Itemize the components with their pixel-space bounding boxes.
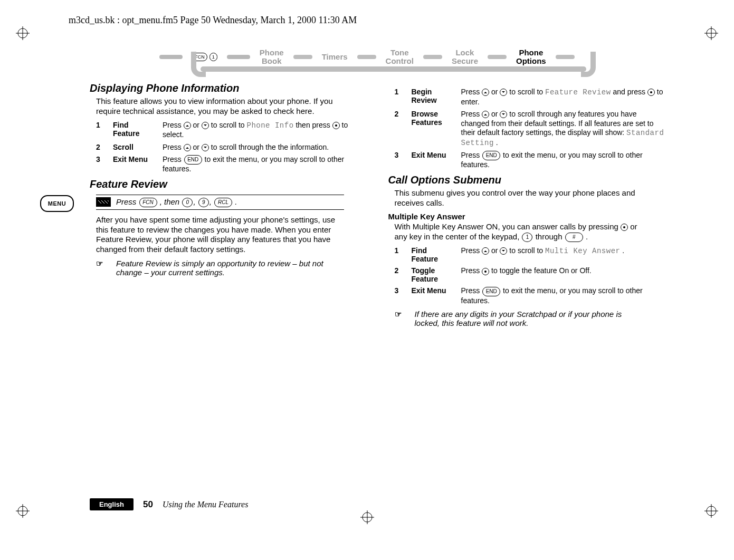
steps-mka: 1 Find Feature Press or to scroll to Mul… <box>395 246 666 305</box>
running-header: m3cd_us.bk : opt_menu.fm5 Page 50 Wednes… <box>69 15 357 26</box>
text: to scroll to <box>509 246 545 255</box>
up-key-icon <box>184 144 191 151</box>
page-number: 50 <box>143 499 153 510</box>
text: . <box>622 246 624 255</box>
step-row: 3 Exit Menu Press END to exit the menu, … <box>395 286 666 305</box>
body-text: This submenu gives you control over the … <box>395 188 648 208</box>
step-row: 3 Exit Menu Press END to exit the menu, … <box>96 155 367 174</box>
nav-separator <box>357 55 376 59</box>
select-key-icon <box>647 89 655 96</box>
steps-feature-review: 1 Begin Review Press or to scroll to Fea… <box>395 88 666 170</box>
step-label: Exit Menu <box>113 155 153 163</box>
page-title: Using the Menu Features <box>163 500 248 509</box>
crop-mark-icon <box>360 510 374 524</box>
step-label: Scroll <box>113 143 153 151</box>
text: Press <box>461 286 482 295</box>
text: , then <box>160 197 182 206</box>
one-key-icon: 1 <box>522 233 532 242</box>
menu-tab-icon: MENU <box>40 195 74 212</box>
lcd-text: Feature Review <box>545 88 611 96</box>
crop-mark-icon <box>16 504 30 518</box>
text: through <box>536 232 565 241</box>
heading-multiple-key-answer: Multiple Key Answer <box>388 212 666 221</box>
nav-item-line1: Timers <box>322 52 348 61</box>
step-label: Begin Review <box>412 88 452 104</box>
select-key-icon <box>621 224 628 231</box>
step-row: 2 Scroll Press or to scroll through the … <box>96 143 367 152</box>
step-row: 2 Toggle Feature Press to toggle the fea… <box>395 266 666 283</box>
step-row: 2 Browse Features Press or to scroll thr… <box>395 110 666 148</box>
step-number: 2 <box>96 143 103 151</box>
nav-lead-bar <box>159 55 183 59</box>
steps-display-info: 1 Find Feature Press or to scroll to Pho… <box>96 121 367 174</box>
nav-item-lock-secure: Lock Secure <box>452 49 478 66</box>
step-row: 1 Begin Review Press or to scroll to Fea… <box>395 88 666 107</box>
note-icon: ☞ <box>96 259 112 277</box>
nine-key-icon: 9 <box>198 198 209 207</box>
nav-separator <box>293 55 312 59</box>
up-key-icon <box>482 111 489 118</box>
up-key-icon <box>184 122 191 129</box>
step-number: 3 <box>395 151 402 159</box>
step-label: Toggle Feature <box>412 266 452 283</box>
step-desc: Press or to scroll to Multi Key Answer . <box>461 246 666 256</box>
step-number: 2 <box>395 266 402 275</box>
nav-underline <box>201 66 586 73</box>
down-key-icon <box>202 122 209 129</box>
text: and press <box>613 88 647 96</box>
nav-item-line2: Control <box>386 56 414 65</box>
text: Press <box>163 143 184 151</box>
rcl-key-icon: RCL <box>214 198 232 207</box>
text: With Multiple Key Answer ON, you can ans… <box>395 222 621 231</box>
nav-separator <box>423 55 442 59</box>
right-column: 1 Begin Review Press or to scroll to Fea… <box>388 79 666 497</box>
one-key-icon: 1 <box>209 53 217 61</box>
text: . <box>496 138 498 147</box>
text: to scroll through any features you have … <box>461 110 654 137</box>
fcn-key-icon: FCN <box>139 198 157 207</box>
footer: English 50 Using the Menu Features <box>90 498 248 510</box>
end-key-icon: END <box>482 287 500 296</box>
heading-displaying-phone-info: Displaying Phone Information <box>90 82 367 94</box>
text: . <box>235 197 237 206</box>
step-desc: Press END to exit the menu, or you may s… <box>461 151 666 170</box>
step-desc: Press END to exit the menu, or you may s… <box>461 286 666 305</box>
nav-item-line1: Phone <box>260 48 284 57</box>
note: ☞ If there are any digits in your Scratc… <box>395 310 643 327</box>
crop-mark-icon <box>704 504 718 518</box>
step-number: 2 <box>395 110 402 118</box>
text: Press <box>461 151 482 159</box>
hash-key-icon: # <box>565 233 583 242</box>
note-icon: ☞ <box>395 310 411 327</box>
select-key-icon <box>332 122 340 129</box>
down-key-icon <box>202 144 209 151</box>
text: to toggle the feature On or Off. <box>491 266 592 275</box>
nav-item-phone-options: Phone Options <box>516 49 546 66</box>
zero-key-icon: 0 <box>182 198 193 207</box>
text: . <box>586 232 588 241</box>
nav-lead-bar <box>227 55 250 59</box>
text: Press <box>163 121 184 129</box>
nav-item-line1: Lock <box>455 48 474 57</box>
content: Displaying Phone Information This featur… <box>90 79 665 497</box>
step-row: 3 Exit Menu Press END to exit the menu, … <box>395 151 666 170</box>
left-column: Displaying Phone Information This featur… <box>90 79 367 497</box>
step-desc: Press or to scroll through any features … <box>461 110 666 148</box>
heading-call-options: Call Options Submenu <box>388 174 666 186</box>
step-label: Exit Menu <box>412 286 452 295</box>
end-key-icon: END <box>184 155 202 165</box>
step-label: Find Feature <box>412 246 452 263</box>
step-desc: Press to toggle the feature On or Off. <box>461 266 666 276</box>
body-text: With Multiple Key Answer ON, you can ans… <box>395 222 648 242</box>
step-desc: Press or to scroll to Feature Review and… <box>461 88 666 107</box>
nav-item-line1: Tone <box>390 48 409 57</box>
step-label: Find Feature <box>113 121 153 138</box>
note-text: If there are any digits in your Scratchp… <box>415 310 643 327</box>
text: Press <box>461 246 482 255</box>
nav-item-line2: Secure <box>452 56 478 65</box>
lcd-text: Phone Info <box>247 121 294 130</box>
text: Press <box>461 266 482 275</box>
end-key-icon: END <box>482 151 500 160</box>
nav-item-timers: Timers <box>322 53 348 62</box>
text: Press <box>116 197 139 206</box>
